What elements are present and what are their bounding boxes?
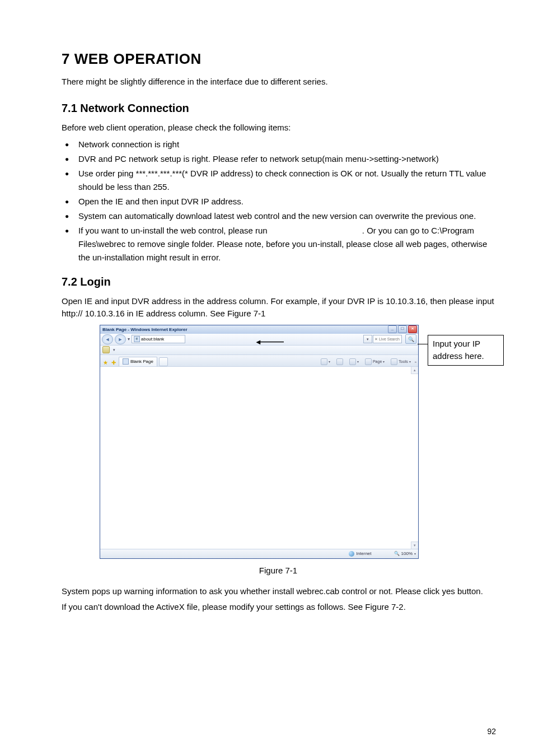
print-icon: [349, 358, 356, 365]
address-bar[interactable]: e about:blank: [132, 335, 185, 343]
tools-menu-label: Tools: [399, 360, 407, 363]
list-item: If you want to un-install the web contro…: [78, 224, 495, 264]
home-icon: [321, 358, 327, 365]
after-para2: If you can't download the ActiveX file, …: [62, 601, 495, 614]
zoom-value: 100%: [401, 551, 413, 556]
new-tab-button[interactable]: [159, 357, 168, 366]
ie-command-bar: ▾ ▾ Page▾ Tools▾ »: [318, 357, 416, 366]
forward-button[interactable]: ►: [115, 334, 126, 344]
section-7-1-lead: Before web client operation, please chec…: [62, 122, 495, 134]
callout-connector: [418, 344, 428, 344]
para1-text: Open IE and input DVR address in the add…: [62, 296, 494, 319]
bullet6-part-a: If you want to un-install the web contro…: [78, 226, 270, 235]
list-item: Network connection is right: [78, 138, 495, 151]
search-placeholder: Live Search: [379, 337, 400, 341]
maximize-button[interactable]: □: [398, 325, 407, 333]
feeds-button[interactable]: [334, 357, 345, 366]
callout-arrow-icon: ◂———: [256, 337, 284, 346]
chapter-intro: There might be slightly difference in th…: [62, 76, 495, 87]
print-button[interactable]: ▾: [347, 357, 361, 366]
tab-label: Blank Page: [130, 359, 153, 364]
section-7-1-list: Network connection is right DVR and PC n…: [62, 138, 495, 264]
scroll-up-button[interactable]: ▴: [411, 367, 418, 374]
minimize-button[interactable]: _: [388, 325, 397, 333]
ie-window: Blank Page - Windows Internet Explorer _…: [100, 325, 419, 559]
after-p2-text: If you can't download the ActiveX file, …: [62, 602, 365, 612]
ie-status-bar: Internet 🔍 100% ▾: [100, 549, 418, 558]
close-button[interactable]: ×: [408, 325, 417, 333]
favorites-star-icon[interactable]: ★: [102, 360, 109, 366]
list-item: System can automatically download latest…: [78, 209, 495, 223]
internet-zone-icon: [349, 551, 354, 557]
search-box[interactable]: ✕ Live Search: [373, 335, 402, 343]
callout-line2: address here.: [433, 350, 499, 363]
section-7-1-heading: 7.1 Network Connection: [62, 102, 495, 115]
chapter-title: 7 WEB OPERATION: [62, 50, 495, 68]
figure-caption: Figure 7-1: [62, 566, 495, 575]
ie-tabstrip: ★ ✚ Blank Page ▾ ▾ Page▾ Tools▾ »: [100, 355, 418, 367]
section-7-2-para1: Open IE and input DVR address in the add…: [62, 295, 495, 320]
back-button[interactable]: ◄: [102, 334, 113, 344]
after-para1: System pops up warning information to as…: [62, 585, 495, 598]
chevron-more-icon[interactable]: »: [415, 360, 416, 363]
page-icon: [365, 358, 372, 365]
callout-box: Input your IP address here.: [428, 335, 504, 366]
list-item: Use order ping ***.***.***.***(* DVR IP …: [78, 167, 495, 194]
callout-line1: Input your IP: [433, 338, 499, 351]
links-folder-icon[interactable]: [102, 346, 110, 353]
feeds-icon: [336, 358, 343, 365]
figure-ref-7-2: Figure 7-2: [365, 602, 403, 612]
security-zone[interactable]: Internet: [349, 551, 371, 557]
zone-label: Internet: [356, 551, 371, 556]
section-7-2-heading: 7.2 Login: [62, 276, 495, 288]
ie-page-icon: e: [134, 336, 140, 342]
list-item: Open the IE and then input DVR IP addres…: [78, 195, 495, 208]
tab-page-icon: [123, 358, 129, 365]
tools-icon: [391, 358, 397, 365]
ie-menubar: ▾: [100, 346, 418, 355]
ie-address-row: ◄ ► ▾ e about:blank ◂——— ▾ ✕ Live Search…: [100, 334, 418, 346]
home-button[interactable]: ▾: [318, 357, 332, 366]
page-menu-label: Page: [373, 360, 382, 363]
page-number: 92: [487, 727, 496, 736]
figure-7-1: Blank Page - Windows Internet Explorer _…: [100, 325, 495, 559]
ie-titlebar: Blank Page - Windows Internet Explorer _…: [100, 325, 418, 334]
search-go-button[interactable]: 🔍: [405, 334, 416, 344]
address-dropdown[interactable]: ▾: [363, 335, 372, 343]
scroll-down-button[interactable]: ▾: [411, 542, 418, 549]
list-item: DVR and PC network setup is right. Pleas…: [78, 152, 495, 166]
tools-menu[interactable]: Tools▾: [388, 357, 413, 366]
zoom-control[interactable]: 🔍 100% ▾: [394, 551, 416, 556]
browser-tab[interactable]: Blank Page: [119, 357, 157, 366]
page-menu[interactable]: Page▾: [363, 357, 387, 366]
address-text: about:blank: [141, 335, 164, 343]
ie-content-area: ▴ ▾: [100, 367, 418, 549]
after-p2-period: .: [404, 602, 406, 612]
window-title: Blank Page - Windows Internet Explorer: [102, 327, 188, 332]
figure-ref-7-1: Figure 7-1: [227, 309, 265, 318]
add-favorites-icon[interactable]: ✚: [110, 360, 117, 366]
